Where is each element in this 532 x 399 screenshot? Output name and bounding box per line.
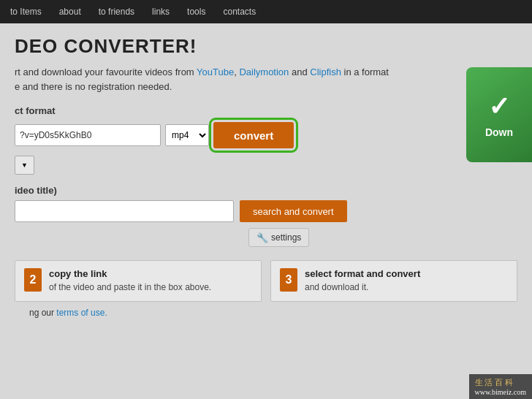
checkmark-icon: ✓	[488, 91, 510, 122]
settings-label: settings	[271, 232, 301, 243]
watermark: 生 活 百 科 www.bimeiz.com	[469, 374, 532, 399]
desc-prefix: rt and download your favourite videos fr…	[15, 66, 197, 77]
step-2-desc: of the video and paste it in the box abo…	[49, 281, 211, 294]
step-2-title: copy the link	[49, 268, 211, 279]
search-row: search and convert	[15, 200, 517, 222]
convert-button[interactable]: convert	[213, 122, 294, 148]
step-3-content: select format and convert and download i…	[305, 268, 420, 294]
nav-item-tools[interactable]: tools	[183, 4, 210, 20]
nav-item-to-items[interactable]: to Items	[6, 4, 46, 20]
clipfish-link[interactable]: Clipfish	[310, 66, 341, 77]
watermark-url: www.bimeiz.com	[475, 388, 526, 396]
watermark-text: 生 活 百 科	[475, 377, 526, 388]
format-section-label: ct format	[15, 105, 517, 116]
nav-item-contacts[interactable]: contacts	[218, 4, 260, 20]
desc-and: and	[292, 66, 310, 77]
format-select[interactable]: mp4 avi mkv mp3	[165, 124, 209, 146]
youtube-link[interactable]: YouTube	[197, 66, 234, 77]
main-content: ✓ Down DEO CONVERTER! rt and download yo…	[0, 23, 532, 399]
step-card-3: 3 select format and convert and download…	[270, 260, 517, 302]
steps-container: 2 copy the link of the video and paste i…	[15, 260, 517, 302]
search-convert-button[interactable]: search and convert	[240, 200, 347, 222]
url-input[interactable]	[15, 124, 161, 146]
nav-item-links[interactable]: links	[148, 4, 174, 20]
step-2-badge: 2	[24, 268, 42, 292]
step-2-content: copy the link of the video and paste it …	[49, 268, 211, 294]
step-3-desc: and download it.	[305, 281, 420, 294]
footer-text: ng our terms of use.	[15, 302, 517, 324]
step-card-2: 2 copy the link of the video and paste i…	[15, 260, 262, 302]
search-input[interactable]	[15, 200, 234, 222]
wrench-icon: 🔧	[256, 232, 268, 243]
convert-row: mp4 avi mkv mp3 convert	[15, 122, 517, 148]
more-options-row	[15, 156, 517, 175]
nav-item-about[interactable]: about	[55, 4, 86, 20]
search-section-label: ideo title)	[15, 185, 517, 196]
download-widget[interactable]: ✓ Down	[466, 67, 532, 162]
top-navigation: to Items about to friends links tools co…	[0, 0, 532, 23]
settings-button[interactable]: 🔧 settings	[248, 228, 309, 247]
description: rt and download your favourite videos fr…	[15, 65, 517, 94]
terms-link[interactable]: terms of use.	[56, 308, 107, 318]
download-label: Down	[485, 126, 513, 138]
dailymotion-link[interactable]: Dailymotion	[239, 66, 289, 77]
footer-prefix: ng our	[29, 308, 56, 318]
step-3-title: select format and convert	[305, 268, 420, 279]
nav-item-to-friends[interactable]: to friends	[94, 4, 139, 20]
step-3-badge: 3	[280, 268, 297, 292]
page-title: DEO CONVERTER!	[15, 35, 517, 58]
more-options-button[interactable]	[15, 156, 34, 175]
